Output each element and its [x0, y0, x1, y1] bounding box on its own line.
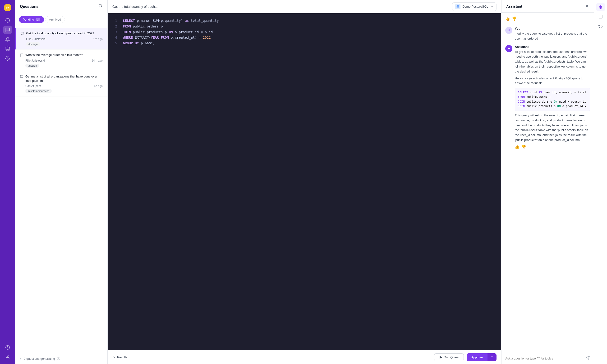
svg-point-9 — [99, 4, 102, 7]
assistant-avatar: ✦ — [505, 45, 512, 52]
user-message-text: modify the query to also get a list of p… — [515, 31, 590, 41]
table-icon[interactable] — [596, 12, 605, 21]
svg-line-10 — [101, 7, 102, 7]
run-query-button[interactable]: Run Query — [434, 353, 464, 361]
assistant-title: Assistant — [506, 4, 522, 8]
question-text: Get the total quantity of each product s… — [26, 31, 94, 36]
list-item[interactable]: Get me a list of all organizations that … — [15, 71, 107, 96]
assistant-name: Assistant — [515, 45, 590, 49]
info-icon: ⓘ — [57, 356, 60, 361]
settings-nav-icon[interactable] — [3, 54, 12, 63]
assistant-text-3: This query will return the user_id, emai… — [515, 113, 590, 143]
results-label: Results — [117, 355, 127, 359]
user-name: You — [515, 27, 590, 30]
assistant-text-1: To get a list of products that the user … — [515, 50, 590, 74]
generating-label: 2 questions generating — [24, 357, 55, 361]
svg-marker-12 — [440, 356, 442, 359]
send-icon[interactable] — [586, 356, 590, 361]
svg-rect-15 — [599, 15, 602, 18]
svg-point-1 — [6, 18, 10, 23]
sql-line-2: 2 FROM public.orders o — [112, 24, 497, 29]
left-nav — [0, 0, 15, 364]
assistant-messages: 👍 👎 J You modify the query to also get a… — [501, 13, 594, 353]
query-title: Get the total quantity of each... — [112, 5, 158, 9]
question-icon — [20, 75, 24, 79]
thumbs-down-icon[interactable]: 👎 — [521, 144, 526, 149]
assistant-message: ✦ Assistant To get a list of products th… — [505, 45, 590, 149]
svg-point-5 — [7, 58, 8, 59]
tab-pending[interactable]: Pending 3 — [19, 16, 44, 23]
assistant-input[interactable] — [505, 357, 584, 360]
chat-icon[interactable] — [3, 26, 12, 34]
db-selector[interactable]: Demo PostgreSQL — [452, 2, 497, 11]
db-label: Demo PostgreSQL — [462, 5, 488, 8]
bell-icon[interactable] — [3, 35, 12, 44]
logo-icon[interactable] — [3, 3, 12, 12]
list-item[interactable]: Get the total quantity of each product s… — [15, 28, 107, 50]
chevron-right-icon — [112, 356, 116, 359]
question-icon — [21, 32, 24, 36]
main-panel: Get the total quantity of each... Demo P… — [108, 0, 501, 364]
svg-point-2 — [7, 20, 7, 20]
questions-title: Questions — [20, 4, 39, 9]
database-nav-icon[interactable] — [3, 45, 12, 53]
assistant-code-block: SELECT u.id AS user_id, u.email, u.first… — [515, 88, 590, 111]
assistant-text-2: Here's a syntactically correct PostgreSQ… — [515, 76, 590, 86]
play-icon — [439, 356, 442, 359]
message-feedback: 👍 👎 — [515, 144, 590, 149]
results-toggle[interactable]: Results — [112, 355, 127, 359]
chevron-down-icon — [490, 5, 493, 8]
assistant-header: Assistant ✕ — [501, 0, 594, 13]
user-avatar: J — [505, 27, 512, 34]
sql-editor[interactable]: 1 SELECT p.name, SUM(p.quantity) as tota… — [108, 13, 501, 350]
help-icon[interactable] — [3, 343, 12, 352]
assistant-panel-icon[interactable] — [596, 3, 605, 11]
face-icon[interactable] — [3, 16, 12, 25]
svg-point-0 — [4, 4, 11, 11]
questions-header: Questions — [15, 0, 107, 13]
user-message: J You modify the query to also get a lis… — [505, 27, 590, 41]
thumbs-up-icon[interactable]: 👍 — [505, 16, 510, 21]
questions-list: Get the total quantity of each product s… — [15, 26, 107, 353]
history-icon[interactable] — [596, 22, 605, 30]
main-footer: Results Run Query Approve — [108, 350, 501, 364]
db-icon — [455, 4, 461, 9]
main-header: Get the total quantity of each... Demo P… — [108, 0, 501, 13]
svg-point-4 — [6, 47, 10, 48]
approve-group: Approve — [467, 353, 497, 361]
svg-point-3 — [8, 20, 9, 20]
close-icon[interactable]: ✕ — [585, 4, 589, 9]
tab-archived[interactable]: Archived — [45, 16, 65, 23]
assistant-input-area — [501, 353, 594, 364]
assistant-panel: Assistant ✕ 👍 👎 J You modify the query t… — [501, 0, 594, 364]
tab-bar: Pending 3 Archived — [15, 13, 107, 26]
questions-panel: Questions Pending 3 Archived Get the — [15, 0, 108, 364]
expand-icon[interactable]: › — [20, 357, 21, 361]
user-nav-icon[interactable] — [3, 353, 12, 361]
feedback-bar: 👍 👎 — [505, 16, 590, 23]
sql-line-5: 5 GROUP BY p.name; — [112, 40, 497, 46]
questions-footer: › 2 questions generating ⓘ — [15, 353, 107, 364]
thumbs-up-icon[interactable]: 👍 — [515, 144, 519, 149]
right-icons-panel — [594, 0, 607, 364]
search-icon[interactable] — [98, 4, 103, 9]
question-text: What's the average order size this month… — [25, 53, 83, 57]
sql-line-3: 3 JOIN public.products p ON o.product_id… — [112, 29, 497, 35]
svg-point-8 — [7, 355, 9, 357]
sql-line-4: 4 WHERE EXTRACT(YEAR FROM o.created_at) … — [112, 35, 497, 40]
chevron-down-icon — [490, 355, 494, 359]
question-icon — [20, 53, 24, 58]
list-item[interactable]: What's the average order size this month… — [15, 50, 107, 71]
approve-button[interactable]: Approve — [467, 353, 488, 361]
thumbs-down-icon[interactable]: 👎 — [512, 16, 517, 21]
sql-line-1: 1 SELECT p.name, SUM(p.quantity) as tota… — [112, 18, 497, 24]
question-text: Get me a list of all organizations that … — [25, 74, 103, 83]
approve-dropdown-button[interactable] — [488, 353, 497, 361]
